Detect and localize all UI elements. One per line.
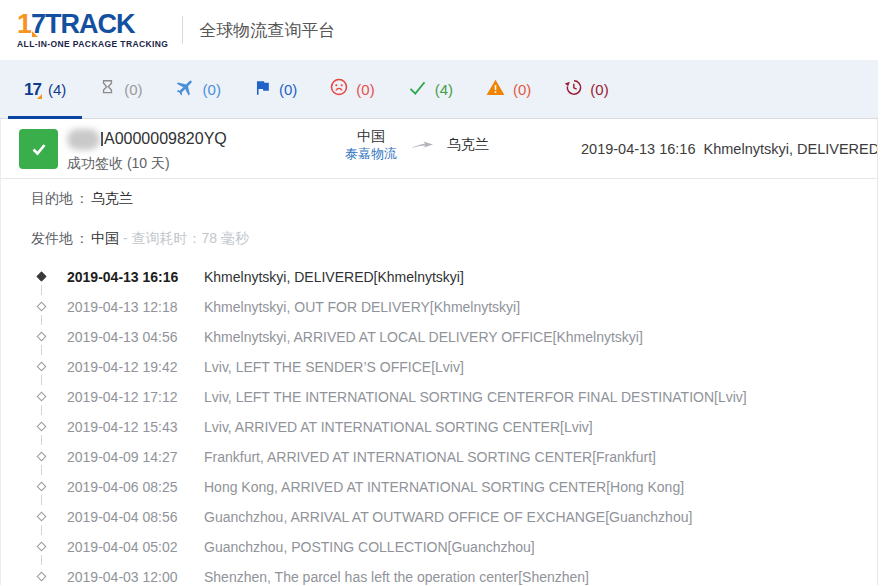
event-date: 2019-04-12 19:42 xyxy=(67,352,178,382)
delivered-check-icon xyxy=(19,129,58,169)
origin-label: 发件地 xyxy=(31,230,73,248)
timeline-event: 2019-04-09 14:27Frankfurt, ARRIVED AT IN… xyxy=(1,442,877,472)
event-description: Shenzhen, The parcel has left the operat… xyxy=(204,562,589,585)
event-date: 2019-04-12 15:43 xyxy=(67,412,178,442)
tab-delivered[interactable]: (4) xyxy=(391,60,469,118)
timeline-marker-icon xyxy=(37,512,47,522)
header: 17TRACK ALL-IN-ONE PACKAGE TRACKING 全球物流… xyxy=(0,0,878,60)
event-description: Hong Kong, ARRIVED AT INTERNATIONAL SORT… xyxy=(204,472,684,502)
event-description: Guanchzhou, POSTING COLLECTION[Guanchzho… xyxy=(204,532,535,562)
tracking-timeline: 2019-04-13 16:16Khmelnytskyi, DELIVERED[… xyxy=(1,259,877,585)
event-date: 2019-04-06 08:25 xyxy=(67,472,178,502)
event-date: 2019-04-12 17:12 xyxy=(67,382,178,412)
flag-icon xyxy=(253,78,272,101)
logo-track-text: TRACK xyxy=(45,9,135,39)
event-date: 2019-04-09 14:27 xyxy=(67,442,178,472)
destination-label: 目的地 xyxy=(31,190,73,208)
tab-in-transit[interactable]: (0) xyxy=(159,60,237,118)
destination-country: 乌克兰 xyxy=(447,136,489,154)
tab-undelivered[interactable]: (0) xyxy=(313,60,390,118)
timeline-event: 2019-04-03 12:00Shenzhen, The parcel has… xyxy=(1,562,877,585)
logo-orange-corner xyxy=(32,31,38,37)
tab-pick-up[interactable]: (0) xyxy=(237,60,313,118)
tab-alert[interactable]: (0) xyxy=(469,60,547,118)
timeline-event: 2019-04-06 08:25Hong Kong, ARRIVED AT IN… xyxy=(1,472,877,502)
event-date: 2019-04-13 04:56 xyxy=(67,322,178,352)
timeline-event: 2019-04-13 04:56Khmelnytskyi, ARRIVED AT… xyxy=(1,322,877,352)
shipment-row[interactable]: A0000009820YQ 成功签收 (10 天) 中国 泰嘉物流 乌克兰 20… xyxy=(1,119,877,179)
timeline-event: 2019-04-13 12:18Khmelnytskyi, OUT FOR DE… xyxy=(1,292,877,322)
header-divider xyxy=(182,16,183,44)
timeline-marker-icon xyxy=(37,482,47,492)
event-date: 2019-04-13 16:16 xyxy=(67,262,178,292)
event-description: Lviv, LEFT THE SENDER’S OFFICE[Lviv] xyxy=(204,352,464,382)
event-description: Frankfurt, ARRIVED AT INTERNATIONAL SORT… xyxy=(204,442,656,472)
tab-alert-count: (0) xyxy=(513,81,531,98)
timeline-marker-icon xyxy=(37,392,47,402)
status-tab-bar: 17 (4) (0) (0) (0) (0) xyxy=(0,60,878,119)
blurred-tracking-prefix xyxy=(67,129,100,150)
tab-not-found[interactable]: (0) xyxy=(82,60,158,118)
hourglass-icon xyxy=(98,78,117,101)
timeline-marker-icon xyxy=(37,572,47,582)
tab-all[interactable]: 17 (4) xyxy=(8,60,82,118)
page-title: 全球物流查询平台 xyxy=(199,19,335,42)
logo-tagline: ALL-IN-ONE PACKAGE TRACKING xyxy=(17,40,168,49)
carrier-link[interactable]: 泰嘉物流 xyxy=(345,146,397,162)
event-date: 2019-04-03 12:00 xyxy=(67,562,178,585)
tab-all-count: (4) xyxy=(48,81,66,98)
tab-in-transit-count: (0) xyxy=(203,81,221,98)
origin-info-row: 发件地 ： 中国 - 查询耗时：78 毫秒 xyxy=(1,219,877,259)
origin-country: 中国 xyxy=(345,128,397,146)
blurred-letter-sliver xyxy=(101,132,103,146)
event-description: Lviv, LEFT THE INTERNATIONAL SORTING CEN… xyxy=(204,382,747,412)
check-icon xyxy=(407,77,428,102)
destination-value: 乌克兰 xyxy=(91,190,133,208)
timeline-marker-icon xyxy=(37,272,47,282)
shipment-status-summary: 成功签收 (10 天) xyxy=(67,155,227,173)
airplane-icon xyxy=(175,77,196,102)
origin-value: 中国 xyxy=(91,230,119,248)
timeline-event: 2019-04-12 15:43Lviv, ARRIVED AT INTERNA… xyxy=(1,412,877,442)
tracking-number-block: A0000009820YQ 成功签收 (10 天) xyxy=(67,127,227,173)
history-icon xyxy=(563,77,583,101)
shipment-route: 中国 泰嘉物流 乌克兰 xyxy=(345,128,489,162)
logo-wordmark: 17TRACK xyxy=(17,11,168,38)
tab-not-found-count: (0) xyxy=(124,81,142,98)
timeline-event: 2019-04-04 08:56Guanchzhou, ARRIVAL AT O… xyxy=(1,502,877,532)
event-description: Lviv, ARRIVED AT INTERNATIONAL SORTING C… xyxy=(204,412,593,442)
timeline-event: 2019-04-04 05:02Guanchzhou, POSTING COLL… xyxy=(1,532,877,562)
route-plane-arrow-icon xyxy=(410,136,434,154)
event-date: 2019-04-04 08:56 xyxy=(67,502,178,532)
logo-digit-seven: 7 xyxy=(31,9,45,39)
tracking-number[interactable]: A0000009820YQ xyxy=(104,130,227,148)
timeline-marker-icon xyxy=(37,452,47,462)
warning-icon xyxy=(485,77,506,102)
sad-face-icon xyxy=(329,77,349,101)
latest-event-text: 2019-04-13 16:16 Khmelnytskyi, DELIVERED… xyxy=(581,141,877,157)
query-time-note: - 查询耗时：78 毫秒 xyxy=(123,230,249,248)
event-description: Guanchzhou, ARRIVAL AT OUTWARD OFFICE OF… xyxy=(204,502,692,532)
tracking-page: 17TRACK ALL-IN-ONE PACKAGE TRACKING 全球物流… xyxy=(0,0,878,586)
event-description: Khmelnytskyi, DELIVERED[Khmelnytskyi] xyxy=(204,262,464,292)
tab-expired[interactable]: (0) xyxy=(547,60,624,118)
event-description: Khmelnytskyi, ARRIVED AT LOCAL DELIVERY … xyxy=(204,322,643,352)
timeline-marker-icon xyxy=(37,332,47,342)
logo-digit-one: 1 xyxy=(17,9,31,39)
event-date: 2019-04-13 12:18 xyxy=(67,292,178,322)
timeline-marker-icon xyxy=(37,422,47,432)
seventeen-track-logo[interactable]: 17TRACK ALL-IN-ONE PACKAGE TRACKING xyxy=(17,11,168,49)
destination-info-row: 目的地 ： 乌克兰 xyxy=(1,179,877,219)
timeline-marker-icon xyxy=(37,542,47,552)
timeline-marker-icon xyxy=(37,362,47,372)
timeline-event: 2019-04-12 17:12Lviv, LEFT THE INTERNATI… xyxy=(1,382,877,412)
timeline-marker-icon xyxy=(37,302,47,312)
event-description: Khmelnytskyi, OUT FOR DELIVERY[Khmelnyts… xyxy=(204,292,520,322)
tab-pick-up-count: (0) xyxy=(279,81,297,98)
event-date: 2019-04-04 05:02 xyxy=(67,532,178,562)
tab-delivered-count: (4) xyxy=(435,81,453,98)
tab-expired-count: (0) xyxy=(590,81,608,98)
tab-undelivered-count: (0) xyxy=(356,81,374,98)
results-panel: A0000009820YQ 成功签收 (10 天) 中国 泰嘉物流 乌克兰 20… xyxy=(0,119,878,585)
timeline-event: 2019-04-12 19:42Lviv, LEFT THE SENDER’S … xyxy=(1,352,877,382)
